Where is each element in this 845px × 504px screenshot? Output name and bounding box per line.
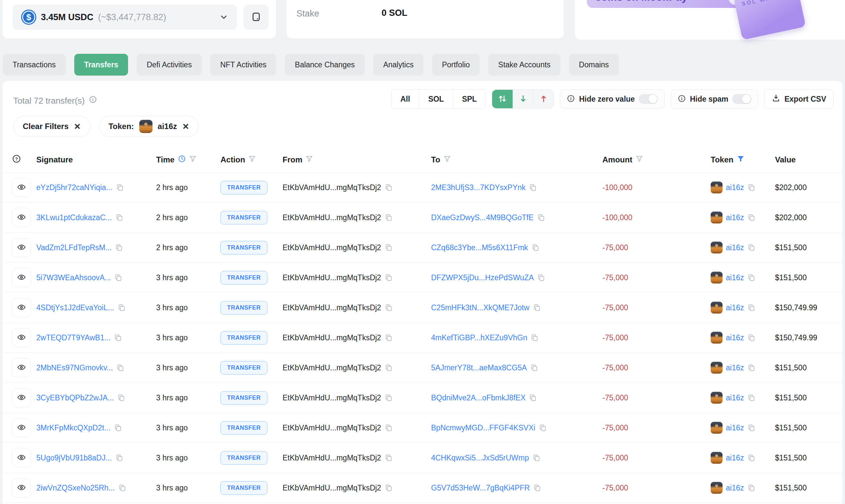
copy-icon[interactable]	[384, 394, 393, 402]
signature-link[interactable]: 2wTEQD7T9YAwB1...	[36, 334, 111, 342]
token-link[interactable]: ai16z	[726, 393, 744, 402]
to-address-link[interactable]: DFZWPX5jDu...HzePdSWuZA	[431, 273, 534, 282]
copy-icon[interactable]	[115, 244, 123, 252]
copy-icon[interactable]	[533, 454, 540, 462]
to-address-link[interactable]: 2ME3hUfjS3...7KDYsxPYnk	[431, 183, 525, 192]
copy-icon[interactable]	[116, 183, 124, 192]
filter-funnel-icon[interactable]	[189, 155, 196, 164]
copy-icon[interactable]	[114, 424, 122, 432]
filter-sol-button[interactable]: SOL	[419, 90, 452, 108]
copy-icon[interactable]	[384, 484, 393, 492]
preview-button[interactable]	[12, 268, 31, 287]
tab-stake-accounts[interactable]: Stake Accounts	[488, 54, 560, 76]
copy-icon[interactable]	[537, 214, 545, 221]
copy-icon[interactable]	[747, 454, 755, 462]
tab-nft-activities[interactable]: NFT Activities	[210, 54, 276, 76]
to-address-link[interactable]: 4mKefTiGBP...hXEZu9VhGn	[431, 334, 527, 342]
tab-analytics[interactable]: Analytics	[373, 54, 424, 76]
to-address-link[interactable]: CZq68c3Ybe...M5s6X11Fmk	[431, 243, 528, 252]
token-link[interactable]: ai16z	[726, 243, 744, 252]
copy-icon[interactable]	[747, 274, 755, 282]
from-address[interactable]: EtKbVAmHdU...mgMqTksDj2	[283, 243, 381, 252]
copy-icon[interactable]	[747, 484, 755, 492]
token-link[interactable]: ai16z	[726, 453, 744, 463]
token-filter-chip[interactable]: Token: ai16z ✕	[99, 116, 199, 137]
to-address-link[interactable]: G5V7d53HeW...7gBqKi4PFR	[431, 484, 530, 492]
signature-link[interactable]: VadZm2LFdTepRsM...	[36, 243, 111, 252]
direction-both-button[interactable]	[492, 90, 513, 108]
signature-link[interactable]: eYzDj5hr72caNYiqia...	[36, 183, 112, 192]
info-icon[interactable]	[89, 95, 97, 106]
clock-icon[interactable]	[178, 155, 186, 165]
copy-icon[interactable]	[384, 244, 393, 252]
copy-icon[interactable]	[747, 244, 755, 252]
tab-defi-activities[interactable]: Defi Activities	[137, 54, 202, 76]
preview-button[interactable]	[12, 328, 31, 347]
close-icon[interactable]: ✕	[182, 122, 189, 131]
filter-funnel-icon[interactable]	[249, 155, 256, 164]
from-address[interactable]: EtKbVAmHdU...mgMqTksDj2	[283, 393, 381, 402]
token-link[interactable]: ai16z	[726, 484, 744, 492]
to-address-link[interactable]: BQdniMve2A...oFbmkJ8fEX	[431, 393, 525, 402]
tab-domains[interactable]: Domains	[569, 54, 619, 76]
signature-link[interactable]: 2MbNEs97NGmovkv...	[36, 363, 113, 372]
copy-icon[interactable]	[114, 334, 122, 342]
tab-portfolio[interactable]: Portfolio	[432, 54, 480, 76]
from-address[interactable]: EtKbVAmHdU...mgMqTksDj2	[283, 363, 381, 372]
from-address[interactable]: EtKbVAmHdU...mgMqTksDj2	[283, 273, 381, 282]
filter-funnel-icon[interactable]	[636, 155, 643, 164]
copy-icon[interactable]	[384, 214, 393, 221]
hide-zero-value-toggle[interactable]	[639, 94, 658, 104]
copy-icon[interactable]	[533, 304, 541, 311]
copy-icon[interactable]	[115, 454, 123, 462]
clear-filters-chip[interactable]: Clear Filters ✕	[13, 116, 90, 137]
token-link[interactable]: ai16z	[726, 363, 744, 372]
copy-icon[interactable]	[118, 304, 125, 311]
copy-icon[interactable]	[384, 183, 393, 192]
from-address[interactable]: EtKbVAmHdU...mgMqTksDj2	[283, 213, 381, 222]
copy-icon[interactable]	[747, 334, 755, 342]
copy-icon[interactable]	[529, 394, 537, 402]
filter-funnel-icon[interactable]	[444, 155, 451, 164]
preview-button[interactable]	[12, 418, 31, 437]
copy-icon[interactable]	[747, 424, 755, 432]
signature-link[interactable]: 2iwVnZQSxeNo25Rh...	[36, 484, 115, 492]
preview-button[interactable]	[12, 208, 31, 227]
preview-button[interactable]	[12, 358, 31, 377]
copy-icon[interactable]	[533, 484, 541, 492]
filter-funnel-active-icon[interactable]	[737, 155, 745, 165]
to-address-link[interactable]: 4CHKqwxSi5...JxSd5rUWmp	[431, 453, 529, 463]
copy-icon[interactable]	[539, 424, 546, 432]
copy-icon[interactable]	[117, 394, 125, 402]
to-address-link[interactable]: BpNcmwyMGD...FFGF4KSVXi	[431, 424, 535, 432]
from-address[interactable]: EtKbVAmHdU...mgMqTksDj2	[283, 484, 381, 492]
copy-icon[interactable]	[118, 484, 126, 492]
signature-link[interactable]: 3MrKFpMkcQXpD2t...	[36, 424, 111, 432]
copy-icon[interactable]	[531, 334, 538, 342]
copy-icon[interactable]	[384, 454, 393, 462]
copy-icon[interactable]	[747, 304, 755, 311]
wallet-view-button[interactable]	[244, 5, 269, 30]
signature-link[interactable]: 5i7W3WEaAhsoovA...	[36, 273, 111, 282]
to-address-link[interactable]: DXaeGzDwyS...4M9BQGoTfE	[431, 213, 534, 222]
copy-icon[interactable]	[384, 274, 393, 282]
filter-spl-button[interactable]: SPL	[453, 90, 486, 108]
token-link[interactable]: ai16z	[726, 334, 744, 342]
copy-icon[interactable]	[537, 274, 545, 282]
token-link[interactable]: ai16z	[726, 183, 744, 192]
to-address-link[interactable]: C25mHFk3tN...XkQME7Jotw	[431, 303, 529, 312]
to-address-link[interactable]: 5AJmerY78t...aeMax8CG5A	[431, 363, 527, 372]
filter-funnel-icon[interactable]	[306, 155, 313, 164]
copy-icon[interactable]	[747, 364, 755, 372]
token-balance-dropdown[interactable]: $ 3.45M USDC (~$3,447,778.82)	[13, 5, 237, 30]
from-address[interactable]: EtKbVAmHdU...mgMqTksDj2	[283, 334, 381, 342]
hide-spam-toggle[interactable]	[732, 94, 751, 104]
filter-all-button[interactable]: All	[392, 90, 419, 108]
direction-in-button[interactable]	[513, 90, 533, 108]
preview-button[interactable]	[12, 298, 31, 317]
signature-link[interactable]: 5Ugo9jVbU91b8aDJ...	[36, 453, 112, 463]
copy-icon[interactable]	[529, 183, 537, 192]
from-address[interactable]: EtKbVAmHdU...mgMqTksDj2	[283, 453, 381, 463]
token-link[interactable]: ai16z	[726, 273, 744, 282]
token-link[interactable]: ai16z	[726, 424, 744, 432]
